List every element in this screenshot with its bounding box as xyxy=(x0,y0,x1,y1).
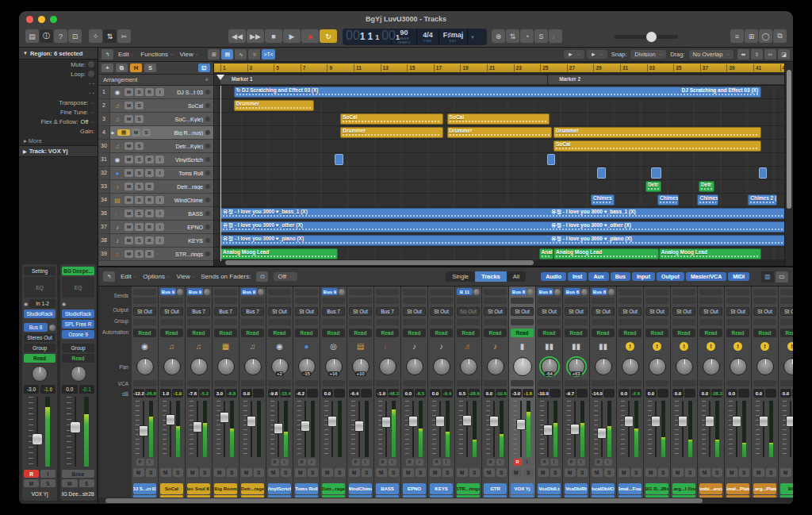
region[interactable]: Anal xyxy=(539,248,553,259)
solo-button[interactable]: S xyxy=(362,468,373,477)
send-level-knob[interactable] xyxy=(581,289,588,295)
channel-fader[interactable] xyxy=(241,399,264,459)
channel-name[interactable]: WindChime xyxy=(349,483,372,494)
track-name[interactable]: Big R...nus) xyxy=(152,130,205,136)
input-selector[interactable]: In 1-2 xyxy=(29,299,56,308)
channel-name[interactable]: BG xyxy=(780,483,793,494)
automation-mode-button[interactable]: Read xyxy=(457,329,480,337)
send-slot[interactable] xyxy=(484,298,507,304)
pan-knob[interactable] xyxy=(190,358,208,375)
input-monitor-button[interactable]: I xyxy=(389,459,396,466)
group-slot[interactable] xyxy=(645,319,668,325)
solo-button[interactable]: S xyxy=(685,468,696,477)
wide-channel-view-icon[interactable]: ▭ xyxy=(776,271,788,282)
fader-handle[interactable] xyxy=(597,428,607,439)
pan-knob[interactable] xyxy=(32,366,48,382)
channel-name[interactable]: Smal...Four xyxy=(619,483,642,494)
solo-button[interactable]: S xyxy=(335,468,346,477)
filter-mastervca[interactable]: Master/VCA xyxy=(686,272,726,281)
fader-handle[interactable] xyxy=(516,419,526,430)
mixer-scrollbar-thumb[interactable] xyxy=(105,498,703,503)
channel-fader[interactable] xyxy=(349,399,372,459)
region[interactable]: Drummer xyxy=(234,100,314,111)
volume-readout[interactable]: 0.0 xyxy=(672,389,684,398)
automation-mode-button[interactable]: Read xyxy=(62,354,94,363)
mute-button[interactable]: M xyxy=(672,468,684,477)
volume-readout[interactable]: -9.8 xyxy=(268,389,279,398)
channel-name[interactable]: Detr...rage xyxy=(322,483,345,494)
track-header-row[interactable]: 39♬MSRSTR...rings xyxy=(98,248,213,261)
mute-button[interactable]: M xyxy=(124,209,133,217)
vca-slot[interactable] xyxy=(511,380,534,386)
mixer-channel-strip[interactable]: St OutRead!0.0·MSLarg...l One xyxy=(671,286,698,498)
filter-midi[interactable]: MIDI xyxy=(728,272,749,281)
solo-mode-icon[interactable]: S xyxy=(534,29,548,43)
record-enable-button[interactable]: R xyxy=(568,459,576,466)
input-monitor-button[interactable]: I xyxy=(604,459,612,466)
automation-mode-button[interactable]: Read xyxy=(592,329,615,337)
record-enable-button[interactable]: R xyxy=(145,236,154,244)
region-more-toggle[interactable]: ▸ More xyxy=(19,136,98,145)
fader-handle[interactable] xyxy=(193,421,202,432)
fader-handle[interactable] xyxy=(543,425,553,436)
fader-handle[interactable] xyxy=(732,416,741,427)
vca-slot[interactable] xyxy=(645,380,668,386)
output-selector[interactable]: Bus 7 xyxy=(241,307,264,316)
record-enable-button[interactable]: R xyxy=(145,250,154,258)
fader-handle[interactable] xyxy=(435,416,445,427)
missing-plugin-warning-icon[interactable]: ! xyxy=(653,342,661,351)
track-on-indicator[interactable] xyxy=(205,103,210,108)
browsers-icon[interactable]: ⧉ xyxy=(773,29,787,43)
regions-view-icon[interactable]: ▤ xyxy=(221,49,233,60)
pan-knob[interactable] xyxy=(433,358,450,375)
solo-button[interactable]: S xyxy=(135,169,144,177)
input-monitor-button[interactable]: I xyxy=(146,459,154,466)
mixer-catch-icon[interactable]: ↰ xyxy=(103,271,115,282)
volume-readout[interactable]: 3.0 xyxy=(214,389,225,398)
mute-button[interactable]: M xyxy=(753,468,764,477)
input-monitor-button[interactable]: I xyxy=(416,459,423,466)
pan-knob[interactable] xyxy=(513,357,532,376)
input-monitor-button[interactable]: I xyxy=(550,459,558,466)
mute-button[interactable]: M xyxy=(124,115,133,123)
track-name[interactable]: SoCal xyxy=(145,103,205,109)
region[interactable]: 유정 - I love you 3000 ♥_piano (X)유정 - I l… xyxy=(220,235,784,246)
solo-button[interactable]: S xyxy=(135,236,144,244)
eq-thumbnail[interactable]: EQ xyxy=(24,277,56,298)
group-slot[interactable] xyxy=(376,319,399,325)
mixer-channel-strip[interactable]: St OutRead!0.0·MSSmal...Plate xyxy=(725,286,752,498)
group-slot[interactable] xyxy=(753,319,776,325)
channel-fader[interactable] xyxy=(592,399,615,459)
automation-mode-button[interactable]: Read xyxy=(726,329,749,337)
horizontal-zoom-icon[interactable]: ⬄ xyxy=(764,49,776,60)
automation-mode-button[interactable]: Read xyxy=(645,329,668,337)
solo-button[interactable]: S xyxy=(416,468,427,477)
automation-mode-button[interactable]: Read xyxy=(376,329,399,337)
channel-name[interactable]: BG D...28s xyxy=(645,483,668,494)
automation-mode-button[interactable]: Read xyxy=(538,329,561,337)
automation-mode-button[interactable]: Read xyxy=(214,329,237,337)
region[interactable]: Chimes xyxy=(591,194,615,206)
volume-readout[interactable]: 0.0 xyxy=(619,389,630,398)
automation-mode-button[interactable]: Read xyxy=(430,329,453,337)
fader-handle[interactable] xyxy=(408,416,418,427)
volume-readout[interactable]: 0.0 xyxy=(484,389,495,398)
output-selector[interactable]: St Out xyxy=(726,307,749,316)
send-slot[interactable] xyxy=(619,298,642,304)
send-slot[interactable] xyxy=(619,289,642,295)
send-slot[interactable] xyxy=(457,298,480,304)
track-lane[interactable]: DrummerDrummerDrummer xyxy=(214,126,784,140)
automation-mode-button[interactable]: Read xyxy=(780,329,793,337)
group-slot[interactable] xyxy=(619,319,642,325)
track-on-indicator[interactable] xyxy=(205,130,210,135)
mixer-channel-strip[interactable]: St OutRead!0.0·MSBG xyxy=(779,286,793,498)
menu-functions[interactable]: Functions⌵ xyxy=(140,51,173,58)
vca-slot[interactable] xyxy=(241,380,264,386)
channel-fader[interactable] xyxy=(24,395,56,468)
channel-name[interactable]: EPNO xyxy=(403,483,426,494)
solo-button[interactable]: S xyxy=(254,468,265,477)
vca-slot[interactable] xyxy=(538,380,561,386)
inspector-icon[interactable]: ⓘ xyxy=(40,29,53,43)
track-header-row[interactable]: 34▤MSRIWindChime xyxy=(98,194,213,207)
track-lane[interactable]: SoCalSoCal xyxy=(214,113,784,126)
